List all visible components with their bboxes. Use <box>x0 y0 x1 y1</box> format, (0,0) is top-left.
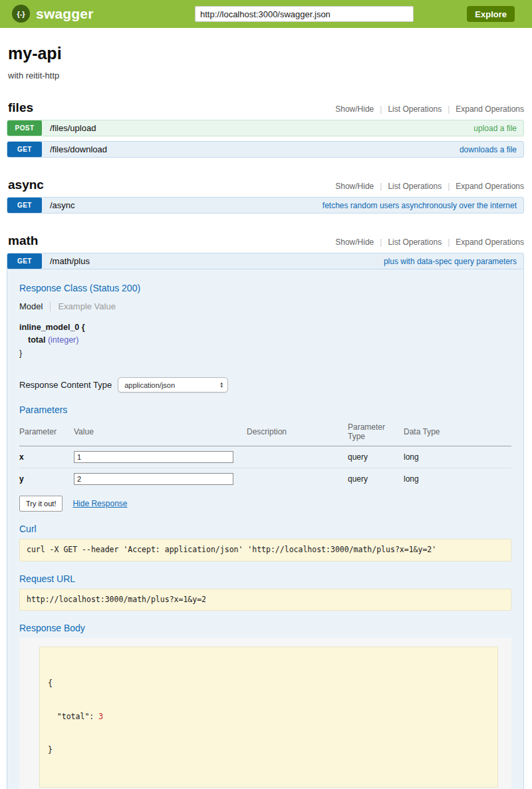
show-hide-link[interactable]: Show/Hide <box>335 182 374 191</box>
tab-example-value[interactable]: Example Value <box>51 301 115 311</box>
http-method-badge: GET <box>7 198 42 213</box>
swagger-ui-page: my-api with reitit-http files Show/Hide … <box>0 44 532 789</box>
section-title-files[interactable]: files <box>8 100 335 115</box>
operation-summary-link[interactable]: fetches random users asynchronously over… <box>323 201 517 210</box>
col-data-type: Data Type <box>404 420 511 446</box>
parameters-table: Parameter Value Description Parameter Ty… <box>19 420 511 490</box>
operation-row-get-files-download[interactable]: GET /files/download downloads a file <box>7 141 524 158</box>
col-parameter-type: Parameter Type <box>348 420 404 446</box>
response-class-heading: Response Class (Status 200) <box>19 283 511 293</box>
model-prop-name: total <box>28 335 45 345</box>
param-x-input[interactable] <box>74 451 233 463</box>
operation-summary-link[interactable]: plus with data-spec query parameters <box>384 257 517 266</box>
http-method-badge: GET <box>7 142 42 157</box>
operation-summary-link[interactable]: upload a file <box>473 124 517 133</box>
operation-path-link[interactable]: /async <box>50 200 75 210</box>
model-prop-type: (integer) <box>48 335 79 345</box>
operation-path-link[interactable]: /files/upload <box>50 123 96 133</box>
response-content-type-label: Response Content Type <box>19 380 112 390</box>
operation-row-get-math-plus[interactable]: GET /math/plus plus with data-spec query… <box>7 253 524 269</box>
swagger-logo[interactable]: {-} swagger <box>12 5 94 23</box>
response-body-heading: Response Body <box>19 623 511 633</box>
http-method-badge: GET <box>7 253 42 269</box>
operation-row-post-files-upload[interactable]: POST /files/upload upload a file <box>7 120 524 136</box>
request-url-value: http://localhost:3000/math/plus?x=1&y=2 <box>19 589 511 611</box>
list-operations-link[interactable]: List Operations <box>388 104 442 114</box>
expand-operations-link[interactable]: Expand Operations <box>456 182 524 191</box>
col-value: Value <box>74 420 247 446</box>
section-math: math Show/Hide | List Operations | Expan… <box>7 234 524 789</box>
list-operations-link[interactable]: List Operations <box>388 182 442 191</box>
curl-heading: Curl <box>19 524 511 534</box>
parameters-heading: Parameters <box>19 404 511 415</box>
try-it-out-button[interactable]: Try it out! <box>19 496 63 512</box>
tab-model[interactable]: Model <box>19 301 51 311</box>
request-url-heading: Request URL <box>19 573 511 584</box>
api-description: with reitit-http <box>8 71 524 80</box>
expand-operations-link[interactable]: Expand Operations <box>456 104 524 114</box>
operation-summary-link[interactable]: downloads a file <box>460 145 517 154</box>
response-body-total-value: 3 <box>98 712 103 721</box>
api-title: my-api <box>8 44 524 63</box>
operation-path-link[interactable]: /files/download <box>50 144 107 154</box>
menu-separator: | <box>448 104 450 114</box>
operation-detail-panel: Response Class (Status 200) Model Exampl… <box>7 269 524 789</box>
param-row-y: y query long <box>19 468 511 490</box>
col-description: Description <box>247 420 348 446</box>
header-bar: {-} swagger Explore <box>0 0 532 28</box>
operation-row-get-async[interactable]: GET /async fetches random users asynchro… <box>7 197 524 214</box>
curl-command: curl -X GET --header 'Accept: applicatio… <box>19 539 511 561</box>
response-body-json: { "total": 3 } <box>39 647 498 787</box>
section-async: async Show/Hide | List Operations | Expa… <box>7 178 524 214</box>
show-hide-link[interactable]: Show/Hide <box>335 237 374 247</box>
menu-separator: | <box>380 237 382 247</box>
menu-separator: | <box>448 182 450 191</box>
menu-separator: | <box>448 237 450 247</box>
select-arrows-icon: ▲ ▼ <box>219 382 223 389</box>
show-hide-link[interactable]: Show/Hide <box>335 104 374 114</box>
section-files: files Show/Hide | List Operations | Expa… <box>7 100 524 158</box>
menu-separator: | <box>380 182 382 191</box>
spec-url-input[interactable] <box>195 6 414 22</box>
operation-path-link[interactable]: /math/plus <box>50 256 90 266</box>
http-method-badge: POST <box>7 120 42 136</box>
hide-response-link[interactable]: Hide Response <box>72 499 127 508</box>
swagger-logo-icon: {-} <box>12 5 30 23</box>
menu-separator: | <box>380 104 382 114</box>
section-title-async[interactable]: async <box>8 178 335 192</box>
col-parameter: Parameter <box>19 420 74 446</box>
expand-operations-link[interactable]: Expand Operations <box>456 237 524 247</box>
list-operations-link[interactable]: List Operations <box>388 237 442 247</box>
response-content-type-select[interactable]: application/json ▲ ▼ <box>118 377 228 393</box>
explore-button[interactable]: Explore <box>467 6 515 22</box>
section-title-math[interactable]: math <box>8 234 335 248</box>
model-signature: inline_model_0 { total (integer) } <box>19 321 511 360</box>
response-body-wrapper: { "total": 3 } <box>19 638 511 789</box>
param-row-x: x query long <box>19 446 511 468</box>
model-tabs: Model Example Value <box>19 301 511 311</box>
swagger-logo-text: swagger <box>36 6 94 22</box>
param-y-input[interactable] <box>74 473 233 485</box>
